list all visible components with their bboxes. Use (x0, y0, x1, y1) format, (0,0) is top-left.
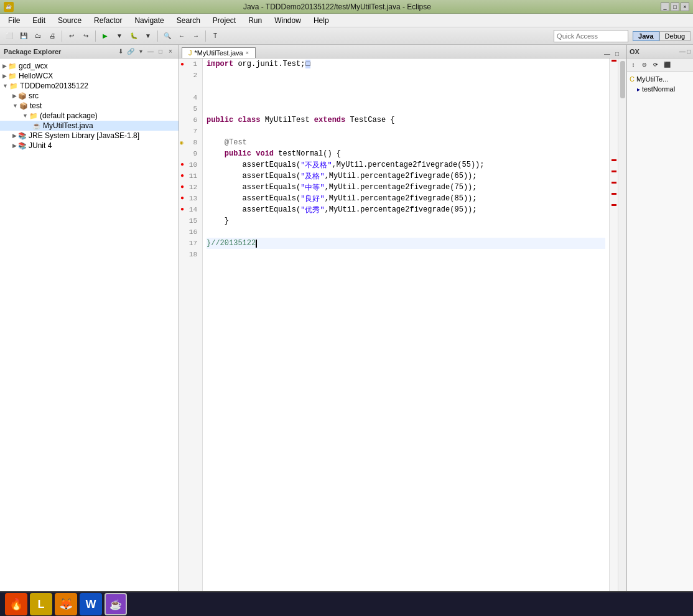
debug-perspective-btn[interactable]: Debug (659, 31, 691, 41)
minimize-button[interactable]: _ (661, 2, 669, 11)
arrow-jre[interactable]: ▶ (12, 133, 17, 139)
toolbar-forward-btn[interactable]: → (189, 29, 203, 43)
toolbar-redo-btn[interactable]: ↪ (79, 29, 93, 43)
tree-item-src[interactable]: ▶ 📦 src (0, 91, 179, 101)
editor-minimize-btn[interactable]: — (603, 49, 612, 58)
code-line-10: assertEquals( "不及格" ,MyUtil.percentage2f… (207, 159, 605, 170)
outline-class-label: MyUtilTe... (636, 75, 668, 83)
linenum-18: 18 (179, 249, 200, 260)
arrow-src[interactable]: ▶ (12, 93, 17, 99)
pkg-maximize-btn[interactable]: □ (156, 47, 165, 56)
vscroll-thumb[interactable] (620, 61, 625, 98)
menu-bar: File Edit Source Refactor Navigate Searc… (0, 14, 693, 27)
arrow-hello[interactable]: ▶ (2, 73, 7, 79)
toolbar-save-btn[interactable]: 💾 (17, 29, 30, 43)
menu-file[interactable]: File (2, 14, 26, 27)
menu-search[interactable]: Search (171, 14, 206, 27)
tree-item-test[interactable]: ▼ 📦 test (0, 101, 179, 111)
quick-access-input[interactable] (557, 32, 613, 40)
code-line-18 (207, 249, 605, 260)
outline-minimize-btn[interactable]: — (679, 48, 686, 55)
editor-tab-close[interactable]: × (246, 50, 249, 56)
tree-item-hello[interactable]: ▶ 📁 HelloWCX (0, 71, 179, 81)
tree-item-gcd[interactable]: ▶ 📁 gcd_wcx (0, 61, 179, 71)
outline-method-icon: ▸ (637, 86, 640, 93)
menu-refactor[interactable]: Refactor (88, 14, 128, 27)
toolbar-print-btn[interactable]: 🖨 (45, 29, 59, 43)
editor-tab-myutil[interactable]: J *MyUtilTest.java × (182, 47, 256, 58)
toolbar-debug-btn[interactable]: 🐛 (127, 29, 141, 43)
tree-item-jre[interactable]: ▶ 📚 JRE System Library [JavaSE-1.8] (0, 131, 179, 141)
editor-tabs: J *MyUtilTest.java × — □ (179, 45, 626, 58)
outline-sync-btn[interactable]: ⟳ (651, 60, 661, 70)
arrow-default-pkg[interactable]: ▼ (22, 113, 28, 119)
editor-maximize-btn[interactable]: □ (613, 49, 621, 58)
tree-item-junit[interactable]: ▶ 📚 JUnit 4 (0, 141, 179, 151)
outline-method[interactable]: ▸ testNormal (630, 84, 691, 94)
menu-edit[interactable]: Edit (27, 14, 51, 27)
toolbar: ⬜ 💾 🗂 🖨 ↩ ↪ ▶ ▼ 🐛 ▼ 🔍 ← → T Java Debug (0, 27, 693, 45)
outline-toolbar: ↕ ⊖ ⟳ ⬛ (627, 58, 693, 72)
err-12 (612, 182, 616, 184)
menu-run[interactable]: Run (243, 14, 267, 27)
project-icon-tdd: 📁 (9, 82, 18, 90)
editor-vscrollbar[interactable] (618, 58, 626, 594)
java-perspective-btn[interactable]: Java (633, 31, 659, 41)
editor-tab-icon: J (188, 49, 192, 57)
tree-item-myutil[interactable]: ☕ MyUtilTest.java (0, 121, 179, 131)
arrow-gcd[interactable]: ▶ (2, 63, 7, 69)
menu-window[interactable]: Window (269, 14, 307, 27)
menu-project[interactable]: Project (207, 14, 241, 27)
linenum-1: ● 1 (179, 58, 200, 70)
taskbar-league[interactable]: L (30, 593, 52, 615)
outline-sort-btn[interactable]: ↕ (628, 60, 638, 70)
code-editor[interactable]: import org.junit.Test; □ public class (203, 58, 609, 594)
arrow-test[interactable]: ▼ (12, 103, 18, 109)
linenum-7: 7 (179, 126, 200, 137)
code-line-5 (207, 103, 605, 114)
pkg-minimize-btn[interactable]: — (146, 47, 155, 56)
taskbar-eclipse[interactable]: ☕ (105, 593, 127, 615)
toolbar-new-btn[interactable]: ⬜ (2, 29, 16, 43)
pkg-collapse-btn[interactable]: ⬇ (116, 47, 125, 56)
arrow-tdd[interactable]: ▼ (2, 83, 8, 89)
taskbar-word[interactable]: W (80, 593, 102, 615)
toolbar-search-btn[interactable]: 🔍 (160, 29, 174, 43)
outline-collapse-btn[interactable]: ⬛ (662, 60, 672, 70)
tree-item-default-pkg[interactable]: ▼ 📁 (default package) (0, 111, 179, 121)
project-icon-hello: 📁 (8, 72, 17, 80)
code-line-12: assertEquals( "中等" ,MyUtil.percentage2fi… (207, 182, 605, 193)
linenum-10: ● 10 (179, 159, 200, 170)
code-line-11: assertEquals( "及格" ,MyUtil.percentage2fi… (207, 170, 605, 182)
toolbar-open-type-btn[interactable]: T (208, 29, 222, 43)
taskbar-firefox[interactable]: 🦊 (55, 593, 77, 615)
toolbar-debug-dropdown[interactable]: ▼ (141, 29, 155, 43)
code-line-4 (207, 92, 605, 103)
toolbar-save-all-btn[interactable]: 🗂 (31, 29, 45, 43)
outline-class[interactable]: C MyUtilTe... (630, 74, 691, 84)
pkg-close-btn[interactable]: × (166, 47, 175, 56)
toolbar-run-dropdown[interactable]: ▼ (113, 29, 126, 43)
outline-filter-btn[interactable]: ⊖ (640, 60, 649, 70)
linenum-12: ● 12 (179, 182, 200, 193)
menu-source[interactable]: Source (52, 14, 87, 27)
tree-item-tdd[interactable]: ▼ 📁 TDDDemo20135122 (0, 81, 179, 91)
linenum-13: ● 13 (179, 193, 200, 204)
outline-maximize-btn[interactable]: □ (687, 48, 691, 55)
package-tree: ▶ 📁 gcd_wcx ▶ 📁 HelloWCX ▼ 📁 TDDDemo2013… (0, 58, 179, 602)
menu-help[interactable]: Help (308, 14, 335, 27)
taskbar-torchbrowser[interactable]: 🔥 (5, 593, 27, 615)
package-explorer-title: Package Explorer (4, 48, 61, 55)
linenum-11: ● 11 (179, 170, 200, 182)
toolbar-back-btn[interactable]: ← (175, 29, 188, 43)
pkg-menu-btn[interactable]: ▾ (136, 47, 145, 56)
toolbar-run-btn[interactable]: ▶ (98, 29, 112, 43)
arrow-junit[interactable]: ▶ (12, 142, 17, 149)
maximize-button[interactable]: □ (671, 2, 679, 11)
menu-navigate[interactable]: Navigate (129, 14, 169, 27)
toolbar-undo-btn[interactable]: ↩ (65, 29, 78, 43)
pkg-link-btn[interactable]: 🔗 (126, 47, 135, 56)
close-button[interactable]: × (681, 2, 689, 11)
linenum-5: 5 (179, 103, 200, 114)
code-line-16 (207, 226, 605, 238)
